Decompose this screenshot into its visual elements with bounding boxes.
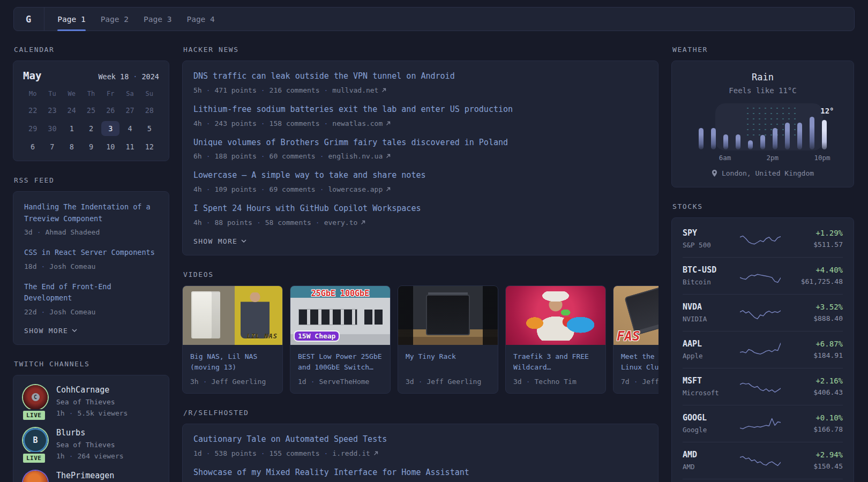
- video-card[interactable]: FAS Meet the Linux Clu… 7d Jeff Geerling: [613, 285, 659, 394]
- stock-values: +3.52% $888.40: [789, 303, 843, 322]
- stock-row[interactable]: AAPL Apple +6.87% $184.91: [683, 331, 843, 368]
- item-author[interactable]: Jeff Geerling: [630, 378, 659, 386]
- item-author: Ahmad Shadeed: [33, 228, 100, 236]
- hn-item-title[interactable]: Lithium-free sodium batteries exit the l…: [193, 104, 647, 116]
- item-points: 88 points: [202, 219, 252, 227]
- item-domain[interactable]: newatlas.com: [320, 119, 391, 127]
- stock-name: S&P 500: [683, 241, 731, 249]
- hn-item-title[interactable]: DNS traffic can leak outside the VPN tun…: [193, 71, 647, 82]
- item-author[interactable]: Jeff Geerling: [414, 378, 482, 386]
- tab-page-4[interactable]: Page 4: [186, 7, 214, 31]
- show-more-label: SHOW MORE: [193, 237, 237, 245]
- video-title-line: (moving 13): [190, 362, 275, 373]
- stock-row[interactable]: BTC-USD Bitcoin +4.40% $61,725.48: [683, 257, 843, 294]
- video-meta: 3h Jeff Geerling: [190, 378, 275, 386]
- item-comments[interactable]: 58 comments: [252, 219, 311, 227]
- hn-item-meta: 4h 243 points 158 comments newatlas.com: [193, 119, 647, 127]
- weather-time-label: 6am: [719, 154, 731, 162]
- video-card[interactable]: 25GbE 100GbE 15W Cheap BEST Low Power 25…: [290, 285, 391, 394]
- tab-page-1[interactable]: Page 1: [57, 7, 85, 31]
- video-card[interactable]: My Tiny Rack 3d Jeff Geerling: [398, 285, 498, 394]
- rss-item-title[interactable]: CSS in React Server Components: [24, 247, 158, 259]
- item-author[interactable]: Jeff Geerling: [199, 378, 266, 386]
- stock-symbol: BTC-USD: [683, 265, 731, 275]
- video-thumbnail[interactable]: [398, 286, 498, 345]
- item-age: 3d: [24, 228, 33, 236]
- hn-item: Unique volumes of Brothers Grimm fairy t…: [193, 137, 647, 161]
- calendar-day: 25: [82, 103, 100, 118]
- reddit-item-title[interactable]: Cautionary Tale on Automated Speed Tests: [193, 434, 647, 446]
- item-author[interactable]: ServeTheHome: [306, 378, 370, 386]
- video-title[interactable]: Traefik 3 and FREE Wildcard…: [513, 351, 598, 373]
- twitch-channel-name[interactable]: Blurbs: [56, 428, 124, 438]
- weather-time-labels: 6am2pm10pm: [695, 154, 830, 162]
- twitch-channel-name[interactable]: CohhCarnage: [56, 385, 128, 395]
- item-comments[interactable]: 69 comments: [257, 185, 316, 193]
- video-thumbnail[interactable]: [506, 286, 605, 345]
- weather-section-title: WEATHER: [672, 46, 854, 54]
- item-age: 7d: [621, 378, 630, 386]
- avatar[interactable]: B: [23, 428, 48, 453]
- calendar-weekday: Mo: [23, 90, 42, 97]
- item-domain[interactable]: english.nv.ua: [316, 152, 391, 160]
- rss-item-title[interactable]: The End of Front-End Development: [24, 281, 158, 304]
- item-comments[interactable]: 155 comments: [257, 449, 320, 457]
- hn-item-title[interactable]: I Spent 24 Hours with GitHub Copilot Wor…: [193, 203, 647, 215]
- twitch-channel-name[interactable]: ThePrimeagen: [56, 471, 114, 480]
- video-thumbnail[interactable]: FAS: [613, 286, 659, 345]
- video-title[interactable]: Meet the Linux Clu…: [621, 351, 659, 373]
- weather-location[interactable]: London, United Kingdom: [684, 169, 842, 177]
- avatar[interactable]: C: [23, 385, 48, 410]
- tab-page-2[interactable]: Page 2: [101, 7, 129, 31]
- app-logo[interactable]: G: [26, 7, 44, 31]
- calendar-day: 2: [82, 121, 100, 136]
- item-comments[interactable]: 216 comments: [257, 86, 320, 94]
- video-title[interactable]: My Tiny Rack: [406, 351, 490, 373]
- item-age: 3h: [190, 378, 199, 386]
- video-thumbnail[interactable]: 25GbE 100GbE 15W Cheap: [290, 286, 390, 345]
- stock-row[interactable]: MSFT Microsoft +2.16% $406.43: [683, 368, 843, 405]
- hn-item-title[interactable]: Lowercase – A simple way to take and sha…: [193, 170, 647, 182]
- video-title[interactable]: BEST Low Power 25GbE and 100GbE Switch…: [298, 351, 383, 373]
- item-points: 109 points: [202, 185, 257, 193]
- rss-show-more-button[interactable]: SHOW MORE: [24, 327, 77, 335]
- calendar-week: Week 18: [98, 72, 129, 81]
- hn-item-title[interactable]: Unique volumes of Brothers Grimm fairy t…: [193, 137, 647, 149]
- video-card[interactable]: Traefik 3 and FREE Wildcard… 3d Techno T…: [505, 285, 606, 394]
- avatar[interactable]: [23, 471, 48, 482]
- item-domain[interactable]: i.redd.it: [320, 449, 378, 457]
- video-title[interactable]: Big NAS, Lil NAS (moving 13): [190, 351, 275, 373]
- stock-sparkline: [740, 342, 781, 358]
- stock-sparkline: [740, 231, 781, 247]
- stock-values: +2.16% $406.43: [789, 376, 843, 396]
- video-info: My Tiny Rack 3d Jeff Geerling: [398, 345, 498, 393]
- stock-change: +2.16%: [789, 376, 843, 385]
- rss-item-title[interactable]: Handling The Indentation of a Treeview C…: [24, 201, 158, 224]
- hn-show-more-button[interactable]: SHOW MORE: [193, 237, 246, 245]
- item-comments[interactable]: 60 comments: [257, 152, 316, 160]
- item-author[interactable]: Techno Tim: [522, 378, 577, 386]
- item-domain[interactable]: lowercase.app: [316, 185, 391, 193]
- reddit-widget: /R/SELFHOSTED Cautionary Tale on Automat…: [182, 409, 659, 482]
- stock-row[interactable]: SPY S&P 500 +1.29% $511.57: [683, 221, 843, 257]
- twitch-game[interactable]: Sea of Thieves: [56, 398, 128, 406]
- calendar-days: 222324252627282930123456789101112: [23, 103, 159, 154]
- video-thumbnail[interactable]: LIL NAS: [183, 286, 282, 345]
- middle-column: HACKER NEWS DNS traffic can leak outside…: [182, 46, 659, 482]
- tab-page-3[interactable]: Page 3: [144, 7, 171, 31]
- item-domain[interactable]: mullvad.net: [320, 86, 387, 94]
- stock-row[interactable]: AMD AMD +2.94% $150.45: [683, 442, 843, 479]
- reddit-item-title[interactable]: Showcase of my Mixed Reality Interface f…: [193, 467, 647, 479]
- stock-symbol: MSFT: [683, 376, 731, 386]
- calendar-weekday: Th: [81, 90, 101, 97]
- stock-row[interactable]: GOOGL Google +0.10% $166.78: [683, 405, 843, 442]
- item-comments[interactable]: 158 comments: [257, 119, 320, 127]
- twitch-game[interactable]: Sea of Thieves: [56, 441, 124, 449]
- stock-row[interactable]: NVDA NVIDIA +3.52% $888.40: [683, 294, 843, 331]
- item-domain[interactable]: every.to: [311, 219, 365, 227]
- calendar-day: 10: [101, 139, 119, 154]
- stock-row[interactable]: RDDT -1.65%: [683, 479, 843, 482]
- video-card[interactable]: LIL NAS Big NAS, Lil NAS (moving 13) 3h …: [182, 285, 283, 394]
- twitch-widget: TWITCH CHANNELS C LIVE CohhCarnage Sea o…: [13, 360, 169, 482]
- videos-section-title: VIDEOS: [183, 270, 659, 278]
